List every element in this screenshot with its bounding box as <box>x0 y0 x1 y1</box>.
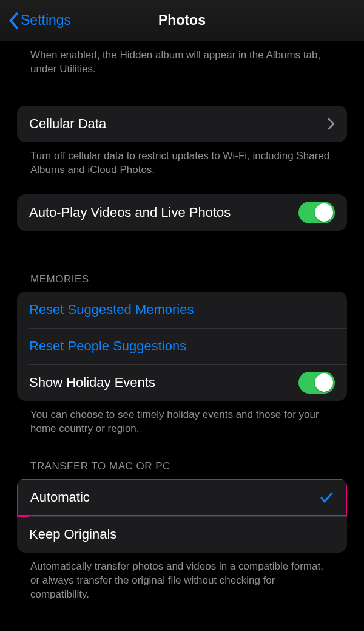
automatic-highlight: Automatic <box>17 479 347 517</box>
holiday-label: Show Holiday Events <box>29 375 155 391</box>
page-title: Photos <box>158 12 206 29</box>
reset-suggested-label: Reset Suggested Memories <box>29 302 194 318</box>
transfer-footer: Automatically transfer photos and videos… <box>17 553 347 602</box>
reset-people-suggestions-row[interactable]: Reset People Suggestions <box>17 328 347 364</box>
autoplay-row[interactable]: Auto-Play Videos and Live Photos <box>17 194 347 231</box>
transfer-keep-originals-row[interactable]: Keep Originals <box>17 516 347 553</box>
transfer-header: TRANSFER TO MAC OR PC <box>17 460 347 479</box>
reset-people-label: Reset People Suggestions <box>29 338 186 354</box>
cellular-group: Cellular Data <box>17 106 347 142</box>
holiday-toggle[interactable] <box>298 372 335 394</box>
memories-group: Reset Suggested Memories Reset People Su… <box>17 292 347 401</box>
cellular-data-label: Cellular Data <box>29 116 106 132</box>
cellular-footer: Turn off cellular data to restrict updat… <box>17 142 347 177</box>
transfer-group: Automatic Keep Originals <box>17 479 347 553</box>
checkmark-icon <box>319 490 334 505</box>
transfer-automatic-row[interactable]: Automatic <box>18 480 346 515</box>
keep-originals-label: Keep Originals <box>29 527 116 542</box>
back-label: Settings <box>21 12 71 29</box>
chevron-left-icon <box>7 12 19 29</box>
cellular-data-row[interactable]: Cellular Data <box>17 106 347 142</box>
show-holiday-events-row[interactable]: Show Holiday Events <box>17 364 347 401</box>
memories-header: MEMORIES <box>17 273 347 292</box>
hidden-album-footer: When enabled, the Hidden album will appe… <box>17 41 347 77</box>
reset-suggested-memories-row[interactable]: Reset Suggested Memories <box>17 292 347 328</box>
autoplay-toggle[interactable] <box>298 202 335 223</box>
chevron-right-icon <box>328 118 335 130</box>
autoplay-group: Auto-Play Videos and Live Photos <box>17 194 347 231</box>
content: When enabled, the Hidden album will appe… <box>0 41 364 631</box>
autoplay-label: Auto-Play Videos and Live Photos <box>29 205 231 220</box>
nav-bar: Settings Photos <box>0 0 364 41</box>
back-button[interactable]: Settings <box>7 12 71 29</box>
memories-footer: You can choose to see timely holiday eve… <box>17 401 347 436</box>
automatic-label: Automatic <box>30 489 90 505</box>
